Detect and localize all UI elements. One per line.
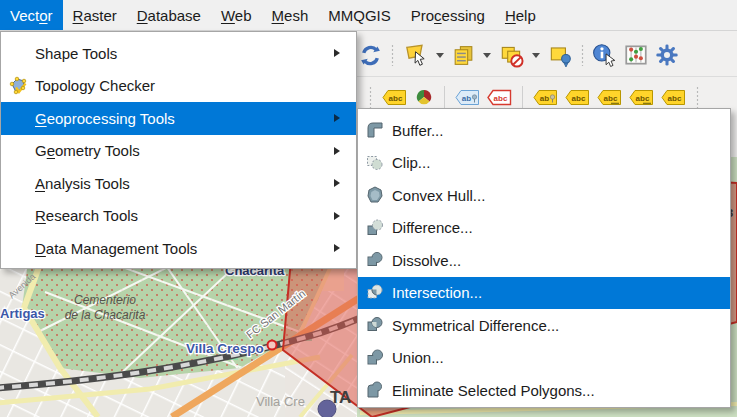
toolbar-grip[interactable]	[390, 44, 395, 66]
symmetrical-difference-icon	[358, 315, 392, 335]
menu-item-research-tools[interactable]: Research Tools	[1, 200, 356, 233]
map-station-marker	[268, 341, 277, 350]
submenu-item-intersection[interactable]: Intersection...	[358, 277, 730, 310]
menu-item-label: Data Management Tools	[35, 240, 334, 257]
pin-labels-button[interactable]: ab	[455, 89, 480, 106]
submenu-item-difference[interactable]: Difference...	[358, 212, 730, 245]
menubar-item-web[interactable]: Web	[211, 0, 262, 30]
submenu-item-dissolve[interactable]: Dissolve...	[358, 244, 730, 277]
deselect-dropdown-arrow[interactable]	[532, 53, 540, 58]
select-features-button[interactable]	[402, 42, 429, 68]
processing-toolbox-button[interactable]	[654, 42, 680, 68]
menu-item-geometry-tools[interactable]: Geometry Tools	[1, 135, 356, 168]
submenu-item-convex-hull[interactable]: Convex Hull...	[358, 179, 730, 212]
menu-item-data-management-tools[interactable]: Data Management Tools	[1, 232, 356, 265]
pin-label-button[interactable]: ab	[533, 89, 558, 106]
move-label-button[interactable]: abc	[597, 89, 622, 106]
pie-chart-icon	[414, 88, 434, 106]
svg-text:abc: abc	[604, 93, 618, 102]
svg-text:ab: ab	[540, 93, 549, 102]
topology-checker-icon	[1, 76, 35, 96]
toolbar-grip[interactable]	[368, 86, 373, 108]
menubar-item-raster[interactable]: Raster	[63, 0, 127, 30]
layer-diagram-button[interactable]	[414, 88, 434, 106]
change-label-button[interactable]: abc	[661, 89, 686, 106]
menubar-item-database[interactable]: Database	[127, 0, 211, 30]
menubar-item-vector[interactable]: Vector	[0, 0, 63, 30]
statistical-summary-button[interactable]	[623, 42, 649, 68]
vector-menu: Shape Tools Topology Checker Geoproces	[0, 31, 357, 269]
menubar-item-mmqgis[interactable]: MMQGIS	[318, 0, 401, 30]
menubar-item-help[interactable]: Help	[495, 0, 546, 30]
abc-label-icon: abc	[565, 89, 590, 106]
map-label-artigas: Artigas	[0, 306, 45, 321]
svg-text:abc: abc	[494, 93, 508, 102]
attributes-toolbar	[358, 38, 680, 72]
map-refresh-button[interactable]	[358, 43, 383, 68]
rotate-label-button[interactable]: abc	[629, 89, 654, 106]
abc-label-icon: abc	[629, 89, 654, 106]
union-icon	[358, 348, 392, 368]
abc-label-icon: abc	[382, 89, 407, 106]
identify-features-button[interactable]	[592, 42, 618, 68]
svg-text:abc: abc	[636, 93, 650, 102]
submenu-arrow-icon	[334, 179, 356, 187]
abc-label-icon: abc	[597, 89, 622, 106]
submenu-item-union[interactable]: Union...	[358, 342, 730, 375]
labeling-toolbar: abc ab	[366, 84, 702, 110]
select-by-value-button[interactable]	[451, 43, 476, 68]
toolbar-separator	[522, 86, 523, 108]
menu-item-label: Analysis Tools	[35, 175, 334, 192]
deselect-features-button[interactable]	[498, 42, 525, 68]
select-by-location-icon	[547, 42, 573, 68]
submenu-arrow-icon	[334, 212, 356, 220]
toolbar-grip[interactable]	[695, 86, 700, 108]
toolbar-grip[interactable]	[580, 44, 585, 66]
menu-item-label: Topology Checker	[35, 77, 334, 94]
select-dropdown-arrow[interactable]	[436, 53, 444, 58]
select-by-value-dropdown-arrow[interactable]	[483, 53, 491, 58]
layer-labeling-button[interactable]: abc	[382, 89, 407, 106]
geoprocessing-submenu: Buffer... Clip... Convex Hull...	[357, 108, 731, 408]
buffer-icon	[358, 120, 392, 140]
map-label-villa-crespo-partial: Villa Cre	[256, 394, 305, 409]
select-by-location-button[interactable]	[547, 42, 573, 68]
difference-icon	[358, 218, 392, 238]
svg-text:ab: ab	[462, 93, 471, 102]
refresh-icon	[358, 43, 383, 68]
highlight-unplaced-labels-button[interactable]: abc	[487, 89, 512, 106]
submenu-arrow-icon	[334, 114, 356, 122]
menu-item-topology-checker[interactable]: Topology Checker	[1, 70, 356, 103]
menubar: Vector Raster Database Web Mesh MMQGIS P…	[0, 0, 737, 31]
select-features-icon	[402, 42, 429, 68]
intersection-icon	[358, 283, 392, 303]
gear-icon	[654, 42, 680, 68]
abc-label-icon: abc	[661, 89, 686, 106]
submenu-item-symmetrical-difference[interactable]: Symmetrical Difference...	[358, 309, 730, 342]
menu-item-label: Geoprocessing Tools	[35, 110, 334, 127]
menu-item-label: Research Tools	[35, 207, 334, 224]
convex-hull-icon	[358, 185, 392, 205]
submenu-arrow-icon	[334, 147, 356, 155]
menu-item-shape-tools[interactable]: Shape Tools	[1, 37, 356, 70]
show-hide-labels-button[interactable]: abc	[565, 89, 590, 106]
submenu-item-eliminate-selected-polygons[interactable]: Eliminate Selected Polygons...	[358, 374, 730, 407]
deselect-features-icon	[498, 42, 525, 68]
abc-red-label-icon: abc	[487, 89, 512, 106]
menubar-item-mesh[interactable]: Mesh	[262, 0, 319, 30]
map-label-ta: TA	[330, 388, 351, 407]
submenu-item-clip[interactable]: Clip...	[358, 147, 730, 180]
map-label-cementerio-2: de la Chacarita	[65, 308, 146, 322]
toolbar-divider	[356, 76, 737, 77]
submenu-arrow-icon	[334, 244, 356, 252]
menu-item-geoprocessing-tools[interactable]: Geoprocessing Tools	[1, 102, 356, 135]
menu-item-analysis-tools[interactable]: Analysis Tools	[1, 167, 356, 200]
menubar-item-processing[interactable]: Processing	[401, 0, 495, 30]
svg-text:abc: abc	[389, 93, 403, 102]
qgis-window: Vector Raster Database Web Mesh MMQGIS P…	[0, 0, 737, 417]
submenu-arrow-icon	[334, 49, 356, 57]
identify-features-icon	[592, 42, 618, 68]
map-label-cementerio-1: Cementerio	[74, 293, 136, 307]
svg-text:abc: abc	[668, 93, 682, 102]
submenu-item-buffer[interactable]: Buffer...	[358, 114, 730, 147]
